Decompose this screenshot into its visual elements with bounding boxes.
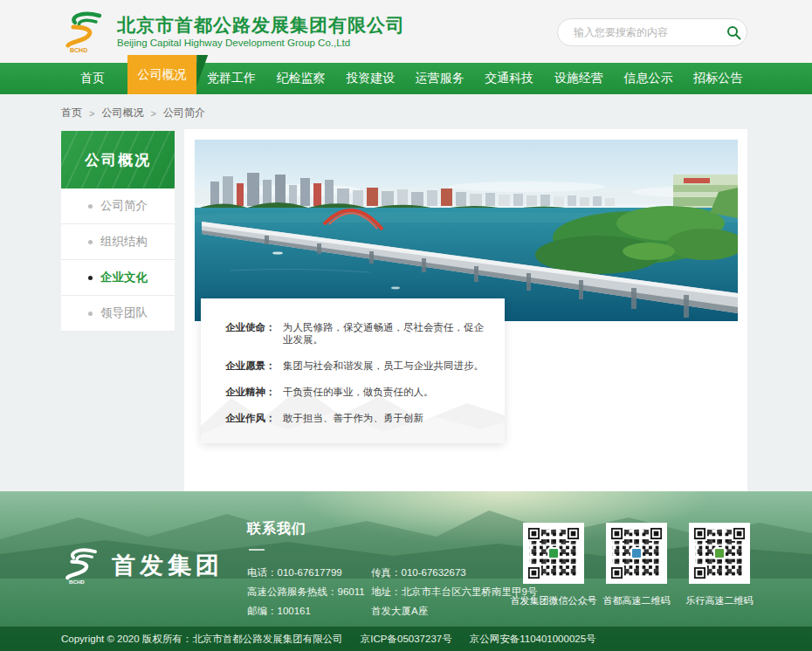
culture-row-mission: 企业使命： 为人民修路，保交通畅通，尽社会责任，促企业发展。 (225, 321, 489, 346)
footer-logo[interactable]: BCHD 首发集团 (61, 546, 224, 585)
search-input[interactable] (572, 25, 720, 39)
police-record-number[interactable]: 京公网安备110401000025号 (470, 633, 596, 646)
contact-phone: 电话：010-67617799 (247, 563, 371, 582)
footer-logo-text: 首发集团 (112, 550, 224, 581)
contact-fax: 传真：010-67632673 (371, 563, 466, 582)
sidebar-item-leadership[interactable]: 领导团队 (61, 296, 175, 332)
sidebar-item-label: 企业文化 (100, 270, 148, 285)
contact-heading: 联系我们 (247, 520, 537, 538)
heading-underline (249, 549, 265, 551)
bchd-s-logo-white-icon: BCHD (61, 546, 103, 585)
main-content-panel: 企业使命： 为人民修路，保交通畅通，尽社会责任，促企业发展。 企业愿景： 集团与… (184, 129, 747, 491)
nav-item-discipline[interactable]: 纪检监察 (266, 63, 336, 94)
icp-number[interactable]: 京ICP备05037237号 (361, 633, 452, 646)
qr-center-logo-icon (713, 547, 726, 559)
lexing-highway-qr-code (689, 523, 750, 584)
svg-text:BCHD: BCHD (70, 47, 87, 53)
qr-group-wechat: 首发集团微信公众号 (519, 523, 588, 607)
contact-postcode: 邮编：100161 (247, 601, 371, 620)
bullet-dot-icon (88, 204, 93, 209)
qr-code-section: 首发集团微信公众号 首都高速二维码 乐行高速二维码 (519, 523, 754, 607)
nav-item-label: 公司概况 (137, 67, 186, 83)
sidebar-item-label: 领导团队 (100, 305, 148, 321)
breadcrumb: 首页 > 公司概况 > 公司简介 (61, 106, 205, 120)
site-footer: BCHD 首发集团 联系我们 电话：010-67617799 传真：010-67… (0, 491, 812, 651)
sidebar-item-corporate-culture[interactable]: 企业文化 (61, 260, 175, 296)
capital-highway-qr-code (606, 523, 667, 584)
qr-label: 乐行高速二维码 (686, 594, 754, 607)
copyright-bar: Copyright © 2020 版权所有：北京市首都公路发展集团有限公司 京I… (0, 627, 812, 651)
svg-text:BCHD: BCHD (69, 579, 85, 585)
site-logo[interactable]: BCHD 北京市首都公路发展集团有限公司 Beijing Capital Hig… (61, 10, 405, 53)
qr-label: 首发集团微信公众号 (511, 594, 597, 607)
breadcrumb-separator: > (89, 108, 94, 119)
nav-item-investment[interactable]: 投资建设 (335, 63, 405, 94)
bullet-dot-icon (88, 276, 93, 280)
culture-label: 企业精神： (225, 386, 283, 398)
culture-row-vision: 企业愿景： 集团与社会和谐发展，员工与企业共同进步。 (225, 360, 489, 372)
contact-section: 联系我们 电话：010-67617799 传真：010-67632673 高速公… (247, 520, 537, 620)
main-nav: 首页 公司概况 党群工作 纪检监察 投资建设 运营服务 交通科技 设施经营 信息… (0, 63, 812, 94)
hero-bridge-photo (195, 140, 738, 321)
sidebar-item-company-profile[interactable]: 公司简介 (61, 188, 175, 224)
qr-group-lexing-highway: 乐行高速二维码 (685, 523, 754, 607)
nav-item-company-overview[interactable]: 公司概况 (127, 55, 197, 94)
search-box (557, 18, 747, 46)
culture-text: 干负责任的事业，做负责任的人。 (283, 386, 489, 398)
qr-label: 首都高速二维码 (603, 594, 671, 607)
breadcrumb-separator: > (150, 108, 155, 119)
breadcrumb-home[interactable]: 首页 (61, 106, 82, 120)
search-icon[interactable] (720, 19, 747, 45)
culture-text: 为人民修路，保交通畅通，尽社会责任，促企业发展。 (283, 321, 489, 346)
culture-row-spirit: 企业精神： 干负责任的事业，做负责任的人。 (225, 386, 489, 398)
contact-row: 高速公路服务热线：96011 地址：北京市丰台区六里桥南里甲9号 (247, 582, 537, 601)
bchd-s-logo-icon: BCHD (61, 10, 108, 53)
sidebar-item-org-structure[interactable]: 组织结构 (61, 224, 175, 260)
contact-address-line2: 首发大厦A座 (371, 601, 428, 620)
nav-item-info-disclosure[interactable]: 信息公示 (614, 63, 684, 94)
sidebar: 公司概况 公司简介 组织结构 企业文化 领导团队 (61, 131, 175, 332)
contact-row: 电话：010-67617799 传真：010-67632673 (247, 563, 537, 582)
qr-center-logo-icon (630, 547, 643, 559)
nav-item-tender-notice[interactable]: 招标公告 (683, 63, 753, 94)
wechat-qr-code (523, 523, 584, 584)
copyright-text: Copyright © 2020 版权所有：北京市首都公路发展集团有限公司 (61, 633, 343, 646)
corporate-culture-card: 企业使命： 为人民修路，保交通畅通，尽社会责任，促企业发展。 企业愿景： 集团与… (201, 298, 505, 443)
qr-group-capital-highway: 首都高速二维码 (602, 523, 671, 607)
company-title-en: Beijing Capital Highway Development Grou… (117, 37, 405, 50)
breadcrumb-company-overview[interactable]: 公司概况 (101, 106, 143, 120)
sidebar-item-label: 公司简介 (100, 198, 148, 214)
breadcrumb-company-profile[interactable]: 公司简介 (163, 106, 205, 120)
culture-row-style: 企业作风： 敢于担当、善于作为、勇于创新 (225, 412, 489, 424)
contact-hotline: 高速公路服务热线：96011 (247, 582, 371, 601)
nav-item-party-work[interactable]: 党群工作 (196, 63, 266, 94)
bullet-dot-icon (88, 312, 93, 316)
page: BCHD 北京市首都公路发展集团有限公司 Beijing Capital Hig… (0, 0, 812, 651)
site-header: BCHD 北京市首都公路发展集团有限公司 Beijing Capital Hig… (0, 0, 812, 63)
nav-item-traffic-tech[interactable]: 交通科技 (475, 63, 545, 94)
culture-text: 敢于担当、善于作为、勇于创新 (283, 412, 489, 424)
bullet-dot-icon (88, 240, 93, 244)
culture-label: 企业使命： (225, 321, 283, 346)
nav-item-facilities[interactable]: 设施经营 (544, 63, 614, 94)
sidebar-item-label: 组织结构 (100, 234, 148, 250)
nav-item-home[interactable]: 首页 (58, 63, 127, 94)
contact-row: 邮编：100161 首发大厦A座 (247, 601, 537, 620)
culture-text: 集团与社会和谐发展，员工与企业共同进步。 (283, 360, 489, 372)
culture-label: 企业作风： (225, 412, 283, 424)
culture-label: 企业愿景： (225, 360, 283, 372)
sidebar-title: 公司概况 (61, 131, 175, 188)
qr-center-logo-icon (547, 547, 560, 559)
nav-item-operations[interactable]: 运营服务 (405, 63, 475, 94)
company-title-cn: 北京市首都公路发展集团有限公司 (117, 14, 405, 37)
